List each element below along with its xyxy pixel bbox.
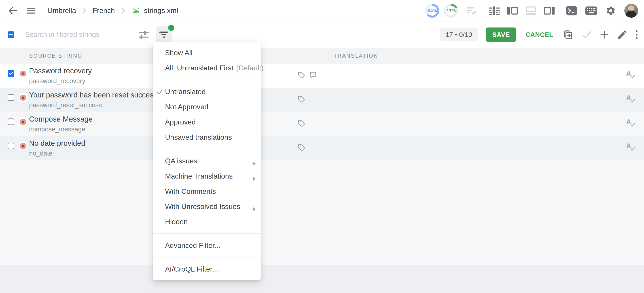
right-panel-icon <box>544 6 554 16</box>
tag-icon[interactable] <box>298 95 306 103</box>
settings-button[interactable] <box>606 5 616 16</box>
select-all-checkbox[interactable] <box>8 31 14 38</box>
untranslated-status-icon <box>20 95 26 101</box>
android-file-icon <box>132 7 141 14</box>
filter-button[interactable] <box>156 26 172 43</box>
search-input[interactable] <box>25 31 130 39</box>
app-header: Umbrella French strings.xml 64% 17% <box>0 0 644 21</box>
pencil-icon <box>617 29 627 40</box>
more-actions-button[interactable] <box>635 29 638 40</box>
terminal-icon <box>566 6 577 15</box>
filter-active-indicator <box>168 25 174 31</box>
source-text: Your password has been reset successfull… <box>29 91 172 99</box>
row-checkbox[interactable] <box>8 143 14 149</box>
string-key: no_date <box>29 150 52 157</box>
plus-icon <box>600 30 609 39</box>
issue-comment-icon[interactable] <box>309 71 317 79</box>
hamburger-icon <box>26 6 36 15</box>
back-button[interactable] <box>8 5 18 16</box>
copy-arrow-icon <box>562 29 573 40</box>
filter-menu-item[interactable]: Approved <box>153 114 261 130</box>
gear-icon <box>606 5 616 16</box>
editor-toolbar: 17 • 0/10 SAVE CANCEL <box>0 21 644 48</box>
submenu-arrow-icon <box>253 205 256 213</box>
menu-item-suffix: (Default) <box>236 64 264 72</box>
menu-item-label: Not Approved <box>165 103 208 111</box>
menu-item-label: Advanced Filter... <box>165 241 220 250</box>
tune-sliders-icon <box>139 29 149 40</box>
table-row[interactable]: Compose Message compose_message A <box>0 112 644 136</box>
row-context-icons <box>298 95 306 103</box>
row-checkbox[interactable] <box>8 118 14 125</box>
table-header: SOURCE STRING TRANSLATION <box>0 48 644 64</box>
menu-item-label: With Unresolved Issues <box>165 203 240 211</box>
copy-source-button[interactable] <box>562 29 573 40</box>
breadcrumb: Umbrella French strings.xml <box>48 6 178 15</box>
row-context-icons <box>298 143 306 152</box>
side-by-side-view-button[interactable] <box>507 6 518 16</box>
shortcuts-button[interactable] <box>586 6 597 15</box>
filter-menu-item[interactable]: Machine Translations <box>153 169 261 184</box>
approve-button[interactable] <box>582 30 592 39</box>
untranslated-status-icon <box>20 71 26 76</box>
breadcrumb-file[interactable]: strings.xml <box>132 6 178 15</box>
filter-menu-item[interactable]: With Unresolved Issues <box>153 199 261 214</box>
spellcheck-icon[interactable]: A <box>626 94 636 104</box>
right-panel-view-button[interactable] <box>544 6 554 16</box>
filter-menu-item[interactable]: Not Approved <box>153 99 261 114</box>
filter-menu-item[interactable]: AI/CroQL Filter... <box>153 262 261 277</box>
filter-menu-item[interactable]: All, Untranslated First (Default) <box>153 60 261 75</box>
menu-item-label: Approved <box>165 118 196 126</box>
keyboard-icon <box>586 6 597 15</box>
breadcrumb-project[interactable]: Umbrella <box>48 6 76 15</box>
console-button[interactable] <box>566 6 577 15</box>
filter-menu-item[interactable]: Show All <box>153 45 261 60</box>
check-icon <box>582 30 592 39</box>
add-string-button[interactable] <box>600 30 609 39</box>
bottom-panel-view-button[interactable] <box>526 6 536 16</box>
menu-item-label: AI/CroQL Filter... <box>165 265 218 273</box>
filter-menu-item[interactable]: Unsaved translations <box>153 130 261 145</box>
list-empty-area <box>0 160 644 265</box>
row-checkbox[interactable] <box>8 70 14 77</box>
menu-item-label: With Comments <box>165 187 216 196</box>
tag-icon[interactable] <box>298 143 306 152</box>
comfortable-view-button[interactable] <box>489 6 500 16</box>
filter-dropdown-menu: Show All All, Untranslated First (Defaul… <box>153 41 261 280</box>
tag-icon[interactable] <box>298 71 306 79</box>
row-checkbox[interactable] <box>8 94 14 101</box>
user-avatar[interactable] <box>624 4 638 18</box>
menu-item-label: Unsaved translations <box>165 133 232 141</box>
translated-progress-ring[interactable]: 64% <box>425 4 439 18</box>
spellcheck-icon[interactable]: A <box>626 118 636 128</box>
menu-item-label: Machine Translations <box>165 172 232 180</box>
save-button[interactable]: SAVE <box>486 27 516 42</box>
search-settings-button[interactable] <box>139 29 149 40</box>
column-header-source: SOURCE STRING <box>29 48 82 64</box>
approved-progress-ring[interactable]: 17% <box>444 4 458 18</box>
table-row[interactable]: Password recovery password_recovery A <box>0 64 644 88</box>
translated-progress-value: 64% <box>428 8 437 13</box>
bottom-panel-strip <box>0 265 644 293</box>
spellcheck-icon[interactable]: A <box>626 70 636 80</box>
menu-item-label: All, Untranslated First <box>165 64 234 72</box>
source-text: No date provided <box>29 139 85 148</box>
main-menu-button[interactable] <box>26 6 36 15</box>
filter-menu-item[interactable]: With Comments <box>153 184 261 199</box>
filter-menu-item[interactable]: QA issues <box>153 153 261 169</box>
suggestions-edit-button[interactable] <box>466 5 477 16</box>
cancel-button[interactable]: CANCEL <box>524 31 554 38</box>
edit-string-button[interactable] <box>617 29 627 40</box>
back-arrow-icon <box>8 5 18 16</box>
table-row[interactable]: No date provided no_date A <box>0 136 644 160</box>
source-text: Password recovery <box>29 67 92 75</box>
table-row[interactable]: Your password has been reset successfull… <box>0 88 644 112</box>
tag-icon[interactable] <box>298 119 306 127</box>
chevron-right-icon <box>82 7 87 14</box>
filter-menu-item[interactable]: Untranslated <box>153 84 261 99</box>
spellcheck-icon[interactable]: A <box>626 142 636 152</box>
breadcrumb-language[interactable]: French <box>92 6 115 15</box>
filter-menu-item[interactable]: Hidden <box>153 214 261 229</box>
edit-list-icon <box>466 5 477 16</box>
filter-menu-item[interactable]: Advanced Filter... <box>153 238 261 253</box>
